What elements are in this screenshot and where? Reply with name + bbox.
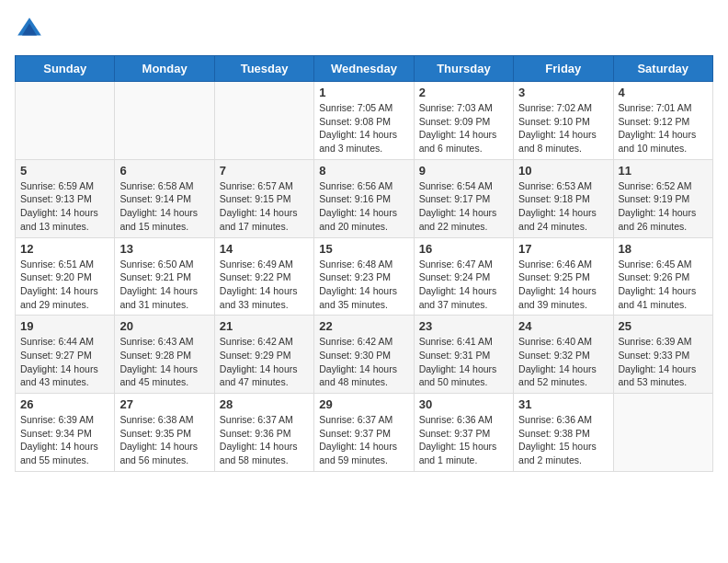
day-number: 5 <box>20 164 109 178</box>
calendar-day-cell: 16Sunrise: 6:47 AMSunset: 9:24 PMDayligh… <box>414 237 513 316</box>
calendar-day-cell: 18Sunrise: 6:45 AMSunset: 9:26 PMDayligh… <box>613 237 712 316</box>
calendar-day-cell: 9Sunrise: 6:54 AMSunset: 9:17 PMDaylight… <box>414 159 513 237</box>
day-of-week-header: Sunday <box>16 56 115 82</box>
calendar-day-cell <box>16 82 115 160</box>
calendar-day-cell: 2Sunrise: 7:03 AMSunset: 9:09 PMDaylight… <box>414 82 513 160</box>
day-info: Sunrise: 6:49 AMSunset: 9:22 PMDaylight:… <box>220 258 309 312</box>
day-number: 24 <box>518 319 608 333</box>
day-number: 26 <box>20 397 109 411</box>
day-number: 23 <box>419 319 508 333</box>
calendar-day-cell: 8Sunrise: 6:56 AMSunset: 9:16 PMDaylight… <box>314 159 414 237</box>
day-info: Sunrise: 6:37 AMSunset: 9:36 PMDaylight:… <box>220 413 309 467</box>
calendar-day-cell <box>214 82 313 160</box>
calendar-day-cell: 12Sunrise: 6:51 AMSunset: 9:20 PMDayligh… <box>16 237 115 316</box>
day-number: 9 <box>419 164 508 178</box>
day-info: Sunrise: 6:42 AMSunset: 9:29 PMDaylight:… <box>220 335 309 389</box>
day-info: Sunrise: 6:38 AMSunset: 9:35 PMDaylight:… <box>119 413 209 467</box>
day-info: Sunrise: 6:36 AMSunset: 9:38 PMDaylight:… <box>518 413 608 467</box>
calendar-day-cell: 31Sunrise: 6:36 AMSunset: 9:38 PMDayligh… <box>514 394 613 472</box>
calendar-week-row: 12Sunrise: 6:51 AMSunset: 9:20 PMDayligh… <box>16 237 713 316</box>
day-info: Sunrise: 6:45 AMSunset: 9:26 PMDaylight:… <box>619 258 708 312</box>
day-number: 8 <box>319 164 408 178</box>
calendar-day-cell: 13Sunrise: 6:50 AMSunset: 9:21 PMDayligh… <box>115 237 214 316</box>
day-of-week-header: Wednesday <box>314 56 414 82</box>
day-info: Sunrise: 6:39 AMSunset: 9:33 PMDaylight:… <box>619 335 708 389</box>
day-info: Sunrise: 6:46 AMSunset: 9:25 PMDaylight:… <box>518 258 608 312</box>
day-of-week-header: Friday <box>514 56 613 82</box>
calendar-day-cell: 26Sunrise: 6:39 AMSunset: 9:34 PMDayligh… <box>16 394 115 472</box>
day-number: 13 <box>119 242 209 256</box>
day-number: 12 <box>20 242 109 256</box>
day-number: 20 <box>119 319 209 333</box>
calendar-day-cell: 20Sunrise: 6:43 AMSunset: 9:28 PMDayligh… <box>115 316 214 394</box>
calendar-day-cell: 6Sunrise: 6:58 AMSunset: 9:14 PMDaylight… <box>115 159 214 237</box>
calendar-table: SundayMondayTuesdayWednesdayThursdayFrid… <box>15 55 713 472</box>
day-number: 28 <box>220 397 309 411</box>
day-info: Sunrise: 6:48 AMSunset: 9:23 PMDaylight:… <box>319 258 408 312</box>
calendar-day-cell: 3Sunrise: 7:02 AMSunset: 9:10 PMDaylight… <box>514 82 613 160</box>
day-of-week-header: Thursday <box>414 56 513 82</box>
logo-icon <box>15 15 44 44</box>
day-number: 6 <box>119 164 209 178</box>
calendar-week-row: 26Sunrise: 6:39 AMSunset: 9:34 PMDayligh… <box>16 394 713 472</box>
day-number: 18 <box>619 242 708 256</box>
day-number: 14 <box>220 242 309 256</box>
calendar-week-row: 19Sunrise: 6:44 AMSunset: 9:27 PMDayligh… <box>16 316 713 394</box>
day-info: Sunrise: 6:40 AMSunset: 9:32 PMDaylight:… <box>518 335 608 389</box>
day-of-week-header: Saturday <box>613 56 712 82</box>
day-info: Sunrise: 6:59 AMSunset: 9:13 PMDaylight:… <box>20 179 109 234</box>
day-number: 30 <box>419 397 508 411</box>
day-info: Sunrise: 6:57 AMSunset: 9:15 PMDaylight:… <box>220 179 309 234</box>
calendar-day-cell: 23Sunrise: 6:41 AMSunset: 9:31 PMDayligh… <box>414 316 513 394</box>
day-number: 19 <box>20 319 109 333</box>
calendar-day-cell <box>115 82 214 160</box>
calendar-day-cell: 29Sunrise: 6:37 AMSunset: 9:37 PMDayligh… <box>314 394 414 472</box>
day-info: Sunrise: 6:58 AMSunset: 9:14 PMDaylight:… <box>119 179 209 234</box>
day-info: Sunrise: 6:54 AMSunset: 9:17 PMDaylight:… <box>419 179 508 234</box>
day-number: 4 <box>619 86 708 99</box>
day-info: Sunrise: 6:47 AMSunset: 9:24 PMDaylight:… <box>419 258 508 312</box>
day-info: Sunrise: 6:42 AMSunset: 9:30 PMDaylight:… <box>319 335 408 389</box>
calendar-day-cell: 24Sunrise: 6:40 AMSunset: 9:32 PMDayligh… <box>514 316 613 394</box>
day-info: Sunrise: 6:50 AMSunset: 9:21 PMDaylight:… <box>119 258 209 312</box>
day-number: 25 <box>619 319 708 333</box>
day-number: 16 <box>419 242 508 256</box>
logo <box>15 15 48 44</box>
day-info: Sunrise: 7:03 AMSunset: 9:09 PMDaylight:… <box>419 101 508 155</box>
calendar-day-cell: 30Sunrise: 6:36 AMSunset: 9:37 PMDayligh… <box>414 394 513 472</box>
calendar-day-cell: 21Sunrise: 6:42 AMSunset: 9:29 PMDayligh… <box>214 316 313 394</box>
day-info: Sunrise: 6:51 AMSunset: 9:20 PMDaylight:… <box>20 258 109 312</box>
calendar-day-cell: 7Sunrise: 6:57 AMSunset: 9:15 PMDaylight… <box>214 159 313 237</box>
day-number: 15 <box>319 242 408 256</box>
day-number: 2 <box>419 86 508 99</box>
day-number: 11 <box>619 164 708 178</box>
calendar-day-cell: 25Sunrise: 6:39 AMSunset: 9:33 PMDayligh… <box>613 316 712 394</box>
calendar-day-cell: 1Sunrise: 7:05 AMSunset: 9:08 PMDaylight… <box>314 82 414 160</box>
day-number: 1 <box>319 86 408 99</box>
day-number: 27 <box>119 397 209 411</box>
calendar-day-cell: 22Sunrise: 6:42 AMSunset: 9:30 PMDayligh… <box>314 316 414 394</box>
calendar-day-cell <box>613 394 712 472</box>
calendar-week-row: 1Sunrise: 7:05 AMSunset: 9:08 PMDaylight… <box>16 82 713 160</box>
day-number: 31 <box>518 397 608 411</box>
calendar-day-cell: 19Sunrise: 6:44 AMSunset: 9:27 PMDayligh… <box>16 316 115 394</box>
day-info: Sunrise: 7:01 AMSunset: 9:12 PMDaylight:… <box>619 101 708 155</box>
calendar-day-cell: 14Sunrise: 6:49 AMSunset: 9:22 PMDayligh… <box>214 237 313 316</box>
calendar-day-cell: 27Sunrise: 6:38 AMSunset: 9:35 PMDayligh… <box>115 394 214 472</box>
calendar-week-row: 5Sunrise: 6:59 AMSunset: 9:13 PMDaylight… <box>16 159 713 237</box>
day-number: 22 <box>319 319 408 333</box>
calendar-header-row: SundayMondayTuesdayWednesdayThursdayFrid… <box>16 56 713 82</box>
calendar-day-cell: 11Sunrise: 6:52 AMSunset: 9:19 PMDayligh… <box>613 159 712 237</box>
calendar-day-cell: 4Sunrise: 7:01 AMSunset: 9:12 PMDaylight… <box>613 82 712 160</box>
day-number: 21 <box>220 319 309 333</box>
calendar-day-cell: 10Sunrise: 6:53 AMSunset: 9:18 PMDayligh… <box>514 159 613 237</box>
calendar-day-cell: 17Sunrise: 6:46 AMSunset: 9:25 PMDayligh… <box>514 237 613 316</box>
day-info: Sunrise: 6:41 AMSunset: 9:31 PMDaylight:… <box>419 335 508 389</box>
calendar-day-cell: 5Sunrise: 6:59 AMSunset: 9:13 PMDaylight… <box>16 159 115 237</box>
day-number: 29 <box>319 397 408 411</box>
day-number: 7 <box>220 164 309 178</box>
day-info: Sunrise: 6:37 AMSunset: 9:37 PMDaylight:… <box>319 413 408 467</box>
day-number: 3 <box>518 86 608 99</box>
day-info: Sunrise: 6:43 AMSunset: 9:28 PMDaylight:… <box>119 335 209 389</box>
day-number: 17 <box>518 242 608 256</box>
